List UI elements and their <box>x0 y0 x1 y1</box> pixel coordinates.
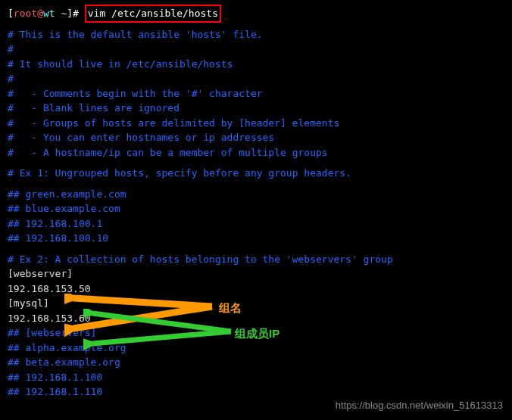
bracket-open: [ <box>8 8 14 19</box>
command-highlight: vim /etc/ansible/hosts <box>85 5 221 23</box>
comment-line: # This is the default ansible 'hosts' fi… <box>8 27 504 42</box>
comment-line: ## 192.168.100.10 <box>8 231 504 246</box>
comment-line: ## blue.example.com <box>8 201 504 216</box>
terminal-output: [root@wt ~]# vim /etc/ansible/hosts # Th… <box>0 0 512 404</box>
prompt-hash: # <box>73 8 85 19</box>
comment-line: # <box>8 71 504 86</box>
comment-line: # Ex 1: Ungrouped hosts, specify before … <box>8 166 504 181</box>
comment-line: ## 192.168.100.1 <box>8 216 504 232</box>
comment-line: # - Groups of hosts are delimited by [he… <box>8 116 504 131</box>
comment-line: ## beta.example.org <box>8 355 504 370</box>
host-ip: 192.168.153.60 <box>8 311 504 326</box>
host-ip: 192.168.153.50 <box>8 282 504 297</box>
prompt-line: [root@wt ~]# vim /etc/ansible/hosts <box>8 5 504 23</box>
prompt-host: wt <box>43 8 55 19</box>
comment-line: # Ex 2: A collection of hosts belonging … <box>8 252 504 267</box>
comment-line: # <box>8 42 504 57</box>
comment-line: # - You can enter hostnames or ip addres… <box>8 130 504 145</box>
bracket-close: ] <box>67 8 73 19</box>
comment-line: ## 192.168.1.100 <box>8 370 504 385</box>
comment-line: ## green.example.com <box>8 187 504 202</box>
host-group: [mysql] <box>8 296 504 311</box>
comment-line: # - Blank lines are ignored <box>8 101 504 116</box>
comment-line: # It should live in /etc/ansible/hosts <box>8 57 504 72</box>
watermark-text: https://blog.csdn.net/weixin_51613313 <box>336 398 503 413</box>
comment-line: # - A hostname/ip can be a member of mul… <box>8 145 504 160</box>
comment-line: # - Comments begin with the '#' characte… <box>8 86 504 101</box>
annotation-member-ip: 组成员IP <box>235 325 279 343</box>
prompt-at: @ <box>37 8 43 19</box>
prompt-user: root <box>14 8 37 19</box>
host-group: [webserver] <box>8 266 504 282</box>
annotation-group-name: 组名 <box>219 300 242 317</box>
prompt-path: ~ <box>55 8 67 19</box>
